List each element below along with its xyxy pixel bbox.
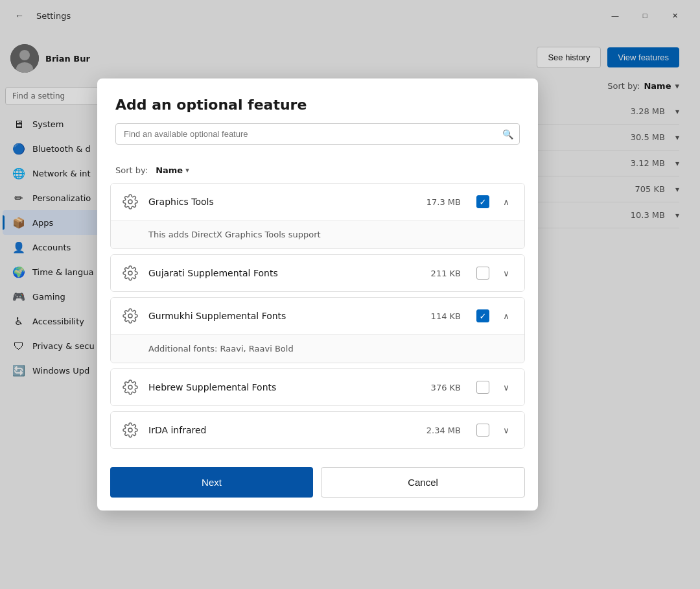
feature-search-input[interactable] [115,123,520,145]
cancel-button[interactable]: Cancel [321,467,525,498]
modal-header: Add an optional feature 🔍 [97,78,538,158]
feature-name: Gujarati Supplemental Fonts [148,268,422,278]
svg-point-5 [128,314,132,318]
feature-size: 114 KB [431,311,461,321]
gear-icon [122,308,138,324]
feature-checkbox[interactable] [476,381,489,394]
feature-item: Gurmukhi Supplemental Fonts 114 KB ∧ Add… [110,297,525,363]
feature-icon [121,264,139,282]
feature-size: 211 KB [431,269,461,278]
feature-row: Graphics Tools 17.3 MB ∧ [111,184,524,220]
gear-icon [122,265,138,281]
svg-point-3 [128,200,132,204]
modal-overlay: Add an optional feature 🔍 Sort by: Name … [0,0,700,589]
feature-checkbox[interactable] [476,309,489,322]
feature-name: Gurmukhi Supplemental Fonts [148,311,422,321]
next-button[interactable]: Next [110,467,313,498]
feature-row: Gujarati Supplemental Fonts 211 KB ∨ [111,255,524,291]
feature-checkbox[interactable] [476,195,489,208]
feature-detail: Additional fonts: Raavi, Raavi Bold [111,334,524,363]
svg-point-4 [128,271,132,275]
feature-icon [121,307,139,325]
svg-point-7 [128,428,132,432]
feature-name: Hebrew Supplemental Fonts [148,382,422,392]
modal-footer: Next Cancel [97,454,538,511]
feature-list: Graphics Tools 17.3 MB ∧ This adds Direc… [97,183,538,454]
feature-item: Gujarati Supplemental Fonts 211 KB ∨ [110,254,525,292]
feature-name: Graphics Tools [148,197,417,207]
svg-point-6 [128,385,132,389]
feature-row: IrDA infrared 2.34 MB ∨ [111,412,524,448]
sort-chevron-icon[interactable]: ▾ [185,166,189,174]
feature-name: IrDA infrared [148,425,417,435]
feature-item: Graphics Tools 17.3 MB ∧ This adds Direc… [110,183,525,249]
search-icon: 🔍 [502,129,513,139]
gear-icon [122,194,138,210]
modal-search-wrap: 🔍 [115,123,520,145]
feature-expand-button[interactable]: ∧ [498,308,514,324]
sort-row: Sort by: Name ▾ [97,158,538,183]
feature-expand-button[interactable]: ∨ [498,265,514,281]
gear-icon [122,422,138,438]
gear-icon [122,379,138,395]
add-optional-feature-dialog: Add an optional feature 🔍 Sort by: Name … [97,78,538,511]
feature-item: IrDA infrared 2.34 MB ∨ [110,411,525,449]
feature-expand-button[interactable]: ∧ [498,194,514,210]
feature-checkbox[interactable] [476,424,489,437]
feature-size: 376 KB [431,383,461,392]
feature-item: Hebrew Supplemental Fonts 376 KB ∨ [110,368,525,406]
feature-icon [121,193,139,211]
feature-icon [121,421,139,439]
feature-row: Hebrew Supplemental Fonts 376 KB ∨ [111,369,524,405]
feature-expand-button[interactable]: ∨ [498,379,514,395]
feature-expand-button[interactable]: ∨ [498,422,514,438]
modal-title: Add an optional feature [115,97,520,113]
feature-row: Gurmukhi Supplemental Fonts 114 KB ∧ [111,298,524,334]
feature-size: 2.34 MB [426,426,461,435]
feature-icon [121,378,139,396]
feature-detail: This adds DirectX Graphics Tools support [111,220,524,248]
feature-size: 17.3 MB [426,197,461,207]
feature-checkbox[interactable] [476,267,489,280]
